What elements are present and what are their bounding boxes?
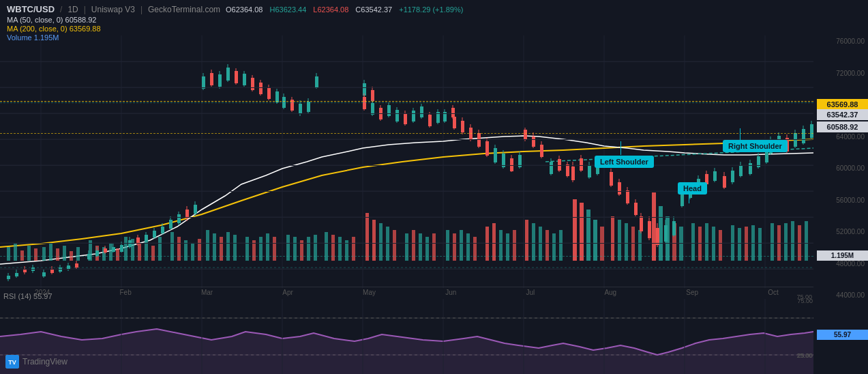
svg-rect-225: [145, 235, 148, 242]
svg-rect-54: [245, 237, 249, 261]
right-shoulder-label: Right Shoulder: [723, 140, 788, 152]
svg-rect-135: [87, 254, 91, 259]
grid-line: [0, 243, 813, 244]
svg-rect-313: [713, 171, 717, 181]
svg-rect-77: [425, 237, 429, 261]
main-chart-svg: [0, 35, 813, 288]
svg-rect-65: [331, 235, 335, 261]
svg-rect-70: [372, 220, 376, 261]
svg-rect-25: [27, 246, 31, 261]
svg-rect-155: [307, 102, 310, 112]
svg-rect-102: [625, 223, 628, 261]
volume-indicator: Volume 1.195M: [7, 33, 861, 42]
grid-line: [0, 139, 813, 140]
svg-rect-281: [485, 141, 489, 156]
svg-rect-193: [731, 171, 734, 182]
time-label-mar: Mar: [201, 289, 213, 296]
svg-rect-161: [371, 90, 374, 101]
svg-rect-110: [691, 223, 695, 261]
chart-header: WBTC/USD / 1D | Uniswap V3 | GeckoTermin…: [0, 0, 868, 35]
timeframe: 1D: [68, 5, 78, 14]
svg-rect-205: [802, 129, 805, 143]
time-label-sep: Sep: [686, 289, 698, 296]
svg-rect-145: [210, 73, 213, 85]
svg-rect-122: [784, 223, 788, 261]
time-label-feb: Feb: [120, 289, 132, 296]
svg-rect-231: [169, 220, 173, 229]
svg-rect-147: [218, 74, 222, 87]
svg-rect-78: [432, 233, 436, 261]
svg-rect-42: [151, 246, 155, 261]
svg-rect-40: [138, 244, 141, 261]
svg-rect-291: [550, 162, 553, 174]
svg-rect-171: [540, 145, 543, 157]
rsi-25-label: 25.00: [796, 352, 812, 359]
ma200-dotted-line: [0, 133, 813, 134]
svg-rect-221: [128, 240, 132, 247]
svg-rect-58: [273, 237, 276, 261]
svg-rect-209: [42, 272, 46, 276]
ma200-price-badge: 63569.88: [817, 99, 868, 110]
svg-rect-59: [286, 235, 290, 261]
svg-rect-169: [532, 136, 535, 147]
svg-rect-265: [412, 111, 415, 121]
svg-rect-195: [739, 165, 743, 176]
svg-rect-87: [506, 233, 509, 261]
svg-rect-66: [338, 237, 342, 261]
source: GeckoTerminal.com: [148, 5, 220, 14]
grid-line: [0, 269, 813, 270]
svg-rect-157: [315, 76, 318, 87]
exchange: Uniswap V3: [91, 5, 135, 14]
price-44000: 44000.00: [817, 291, 865, 299]
svg-rect-95: [573, 199, 577, 261]
price-48000: 48000.00: [817, 260, 865, 268]
svg-rect-28: [49, 244, 53, 261]
left-shoulder-label: Left Shoulder: [595, 156, 654, 168]
svg-rect-51: [220, 237, 223, 261]
svg-rect-47: [191, 244, 194, 261]
svg-rect-89: [525, 220, 528, 261]
svg-rect-295: [566, 164, 569, 176]
grid-line: [0, 165, 813, 166]
time-label-jun: Jun: [445, 289, 456, 296]
svg-rect-283: [494, 148, 497, 162]
svg-rect-80: [453, 233, 456, 261]
dotted-reference-line: [0, 256, 813, 257]
price-scale: 76000.00 72000.00 68000.00 64000.00 6000…: [813, 0, 868, 374]
svg-rect-181: [640, 216, 643, 231]
svg-rect-90: [532, 223, 535, 261]
tradingview-watermark: TV TradingView: [5, 355, 68, 369]
svg-rect-259: [387, 105, 391, 116]
svg-rect-29: [56, 248, 59, 261]
svg-rect-30: [63, 246, 66, 261]
svg-rect-23: [14, 244, 17, 261]
svg-rect-100: [611, 216, 614, 261]
svg-rect-241: [235, 71, 238, 83]
svg-rect-57: [266, 233, 269, 261]
grid-line: [0, 113, 813, 114]
svg-rect-173: [571, 167, 575, 180]
close-price-badge: 63542.37: [817, 109, 868, 120]
grid-line: [0, 61, 813, 62]
svg-rect-319: [765, 151, 768, 162]
svg-rect-85: [492, 223, 496, 261]
svg-rect-187: [664, 225, 668, 242]
left-shoulder-line: [620, 141, 621, 155]
svg-rect-36: [109, 244, 113, 261]
svg-rect-299: [618, 182, 621, 195]
svg-rect-32: [76, 247, 80, 261]
price-change: +1178.29 (+1.89%): [399, 5, 463, 14]
svg-rect-123: [791, 221, 794, 261]
price-64000: 64000.00: [817, 133, 865, 141]
time-label-oct: Oct: [768, 289, 779, 296]
svg-rect-249: [267, 87, 271, 99]
svg-rect-62: [307, 237, 310, 261]
tv-brand: TradingView: [23, 357, 68, 366]
time-axis: 2024 Feb Mar Apr May Jun Jul Aug Sep Oct: [0, 287, 813, 298]
svg-rect-189: [672, 221, 676, 235]
svg-rect-50: [213, 233, 216, 261]
svg-rect-105: [652, 192, 656, 261]
svg-rect-239: [226, 68, 230, 81]
volume-price-badge: 1.195M: [817, 250, 868, 261]
svg-rect-68: [352, 237, 355, 261]
